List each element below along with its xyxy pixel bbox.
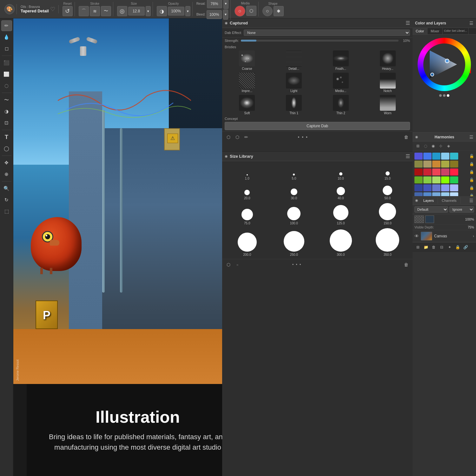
size-item-8[interactable]: 50.0	[365, 182, 411, 201]
bristle-impres[interactable]: Impre...	[224, 72, 270, 93]
swatch-2-1[interactable]	[414, 161, 423, 168]
swatch-5-2[interactable]	[423, 184, 432, 191]
canvas-tool-btn[interactable]: ⬚	[1, 206, 12, 217]
bristle-heavy[interactable]: Heavy...	[365, 50, 411, 71]
swatch-5-3[interactable]	[432, 184, 440, 191]
layer-merge-btn[interactable]: ⊟	[438, 244, 445, 251]
size-footer-btn1[interactable]: ⬡	[225, 261, 232, 268]
dodge-tool-btn[interactable]: ◑	[1, 106, 12, 117]
color-layers-menu[interactable]: ☰	[469, 21, 473, 26]
swatch-3-3[interactable]	[432, 169, 440, 175]
eraser-tool-btn[interactable]: ◻	[1, 43, 12, 54]
layer-effects-btn[interactable]: ✦	[446, 244, 453, 251]
captured-menu-btn[interactable]: ☰	[406, 20, 410, 26]
size-item-3[interactable]: 10.0	[318, 162, 364, 182]
dropper-tool-btn[interactable]: 💧	[1, 32, 12, 43]
opacity-dropdown-btn[interactable]: ▼	[185, 6, 190, 16]
harmonies-tool-1[interactable]: ⊞	[414, 142, 421, 149]
swatch-4-4[interactable]	[441, 176, 449, 183]
layer-link-btn[interactable]: 🔗	[462, 244, 469, 251]
artwork-canvas[interactable]: ⚠ P	[13, 18, 235, 384]
blend-mode-select[interactable]: Default Multiply Screen	[414, 206, 448, 213]
swatch-4-1[interactable]	[414, 176, 423, 183]
bleed-dropdown[interactable]: ▼	[223, 10, 228, 20]
size-item-6[interactable]: 30.0	[271, 182, 317, 201]
size-footer-btn2[interactable]: ○	[234, 261, 241, 268]
layer-more-btn[interactable]: ›	[473, 234, 474, 238]
opacity-icon-btn[interactable]: ◑	[157, 6, 167, 16]
swatch-2-2[interactable]	[423, 161, 432, 168]
transform-tool-btn[interactable]: ✥	[1, 157, 12, 168]
bleed-input[interactable]	[207, 10, 222, 19]
bristle-detail[interactable]: Detail...	[271, 50, 317, 71]
zoom-tool-btn[interactable]: 🔍	[1, 183, 12, 194]
swatch-3-5[interactable]	[450, 169, 458, 175]
cap-footer-btn3[interactable]: ✏	[242, 133, 250, 141]
harmony-lock-5[interactable]: 🔒	[469, 186, 474, 190]
canvas-layer-row[interactable]: 👁 Canvas ›	[413, 230, 476, 242]
strength-bar[interactable]	[241, 40, 399, 42]
bristle-thin2[interactable]: Thin 2	[318, 94, 364, 116]
size-item-5[interactable]: 20.0	[224, 182, 270, 201]
stroke-btn1[interactable]: ⌒	[79, 6, 89, 16]
resat-input[interactable]	[207, 0, 222, 8]
size-dropdown-btn[interactable]: ▼	[146, 6, 151, 16]
fill-tool-btn[interactable]: ⬛	[1, 57, 12, 68]
bristle-light[interactable]: Light	[271, 72, 317, 93]
swatch-1-5[interactable]	[450, 153, 458, 160]
harmonies-tool-5[interactable]: ◈	[445, 142, 452, 149]
size-item-15[interactable]: 300.0	[318, 227, 364, 258]
capture-dab-btn[interactable]: Capture Dab	[225, 122, 410, 130]
ignore-select[interactable]: Ignore	[449, 206, 474, 213]
text-tool-btn[interactable]: T	[1, 132, 12, 142]
color-tab-color[interactable]: Color	[413, 28, 427, 34]
bristle-thin1[interactable]: Thin 1	[271, 94, 317, 116]
bristle-feather[interactable]: Feath...	[318, 50, 364, 71]
size-item-1[interactable]: 1.0	[224, 162, 270, 182]
dab-effect-select[interactable]: None Smear Blend	[244, 30, 410, 36]
bristle-notch[interactable]: Notch	[365, 72, 411, 93]
harmonies-menu-btn[interactable]: ☰	[469, 135, 473, 140]
color-tab-mixer[interactable]: Mixer	[427, 28, 443, 34]
selection-tool-btn[interactable]: ⬜	[1, 69, 12, 80]
shape-btn2[interactable]: ✱	[274, 6, 284, 16]
color-dot-1[interactable]	[439, 94, 442, 97]
swatch-5-4[interactable]	[441, 184, 449, 191]
opacity-input[interactable]	[168, 7, 184, 16]
size-delete-btn[interactable]: 🗑	[402, 261, 410, 268]
size-item-14[interactable]: 250.0	[271, 227, 317, 258]
shape-tool-btn[interactable]: ◯	[1, 143, 12, 154]
color-tab-set[interactable]: Color Set Librari...	[443, 28, 469, 34]
bristle-worn[interactable]: Worn	[365, 94, 411, 116]
harmonies-tool-4[interactable]: ⊹	[437, 142, 444, 149]
size-icon-btn[interactable]: ◎	[117, 6, 127, 16]
app-logo-btn[interactable]: 🎨	[4, 4, 15, 14]
swatch-4-2[interactable]	[423, 176, 432, 183]
layers-tab-channels[interactable]: Channels	[438, 197, 460, 204]
bristle-soft[interactable]: Soft	[224, 94, 270, 116]
stroke-btn2[interactable]: ≋	[90, 6, 100, 16]
swatch-4-3[interactable]	[432, 176, 440, 183]
media-btn2[interactable]: ⬡	[246, 6, 256, 16]
cap-footer-btn2[interactable]: ⬡	[234, 133, 241, 141]
layer-folder-btn[interactable]: 📁	[422, 244, 429, 251]
blend-tool-btn[interactable]: ⊡	[1, 117, 12, 128]
color-wheel-container[interactable]	[413, 35, 476, 94]
color-wheel-wrapper[interactable]	[418, 38, 471, 91]
harmony-lock-1[interactable]: 🔓	[469, 154, 474, 158]
layer-delete-btn[interactable]: 🗑	[430, 244, 437, 251]
size-item-10[interactable]: 100.0	[271, 202, 317, 226]
size-item-9[interactable]: 75.0	[224, 202, 270, 226]
favorite-btn[interactable]: ♡	[50, 6, 55, 13]
size-item-7[interactable]: 40.0	[318, 182, 364, 201]
layers-tab-layers[interactable]: Layers	[420, 197, 438, 204]
harmony-lock-3[interactable]: 🔒	[469, 170, 474, 174]
brush-tool-btn[interactable]: ✏	[1, 20, 12, 31]
resat-dropdown[interactable]: ▼	[223, 0, 228, 9]
lasso-tool-btn[interactable]: ◌	[1, 80, 12, 91]
size-item-13[interactable]: 200.0	[224, 227, 270, 258]
rotate-tool-btn[interactable]: ↻	[1, 195, 12, 205]
cap-footer-btn1[interactable]: ⬡	[225, 133, 232, 141]
size-item-11[interactable]: 125.0	[318, 202, 364, 226]
swatch-1-3[interactable]	[432, 153, 440, 160]
